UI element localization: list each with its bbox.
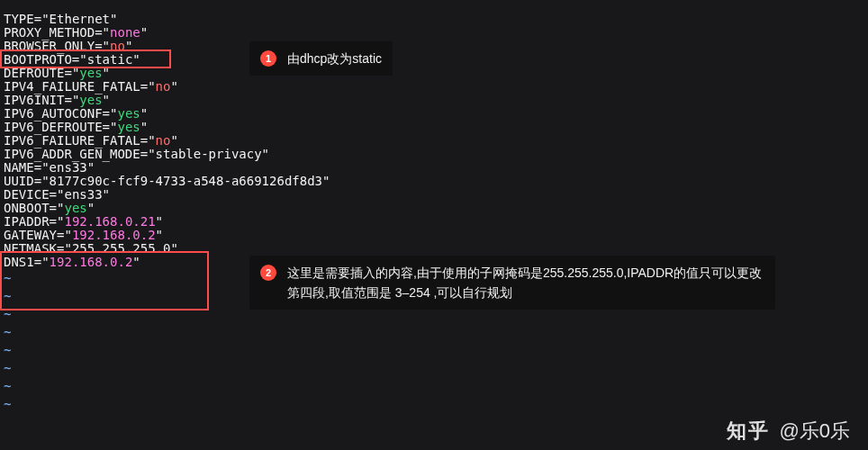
- config-key: IPV6_DEFROUTE: [4, 120, 103, 134]
- config-value: ens33: [50, 160, 87, 175]
- config-line: TYPE="Ethernet": [4, 13, 330, 26]
- highlight-ipblock: [0, 251, 209, 310]
- zhihu-logo-text: 知乎: [727, 424, 770, 437]
- config-value: yes: [64, 201, 86, 215]
- annotation-1-number: 1: [260, 50, 276, 67]
- annotation-1-text: 由dhcp改为static: [287, 49, 382, 68]
- config-line: ONBOOT="yes": [4, 202, 330, 215]
- config-value: yes: [79, 93, 102, 107]
- config-key: IPADDR: [4, 214, 50, 229]
- annotation-2-number: 2: [260, 265, 276, 281]
- highlight-bootproto: [0, 50, 171, 68]
- watermark: 知乎 @乐0乐: [727, 424, 850, 437]
- config-line: NAME="ens33": [4, 161, 330, 175]
- config-line: IPV6_FAILURE_FATAL="no": [4, 134, 330, 148]
- config-line: IPV6_AUTOCONF="yes": [4, 107, 330, 121]
- config-key: IPV4_FAILURE_FATAL: [4, 79, 140, 94]
- config-value: yes: [117, 120, 140, 134]
- config-key: GATEWAY: [4, 228, 57, 242]
- config-key: IPV6_FAILURE_FATAL: [4, 133, 140, 148]
- config-key: DEVICE: [4, 187, 50, 202]
- annotation-1: 1 由dhcp改为static: [249, 41, 393, 76]
- config-key: UUID: [4, 174, 34, 188]
- vim-tilde-line: ~: [4, 395, 330, 413]
- config-line: IPV4_FAILURE_FATAL="no": [4, 80, 330, 94]
- config-value: no: [156, 133, 171, 148]
- config-value: 192.168.0.2: [72, 228, 156, 242]
- config-key: IPV6INIT: [4, 93, 64, 107]
- config-value: 8177c90c-fcf9-4733-a548-a669126df8d3: [50, 174, 322, 188]
- config-line: IPV6_ADDR_GEN_MODE="stable-privacy": [4, 148, 330, 161]
- config-value: none: [110, 25, 140, 40]
- config-line: UUID="8177c90c-fcf9-4733-a548-a669126df8…: [4, 175, 330, 188]
- config-key: PROXY_METHOD: [4, 25, 95, 40]
- config-value: stable-privacy: [156, 147, 262, 161]
- config-line: IPV6INIT="yes": [4, 94, 330, 107]
- annotation-2-text: 这里是需要插入的内容,由于使用的子网掩码是255.255.255.0,IPADD…: [287, 263, 764, 302]
- vim-tilde-line: ~: [4, 359, 330, 377]
- config-key: TYPE: [4, 12, 34, 26]
- config-value: yes: [117, 106, 140, 121]
- config-key: IPV6_AUTOCONF: [4, 106, 103, 121]
- config-line: GATEWAY="192.168.0.2": [4, 229, 330, 242]
- vim-tilde-line: ~: [4, 323, 330, 341]
- annotation-2: 2 这里是需要插入的内容,由于使用的子网掩码是255.255.255.0,IPA…: [249, 256, 775, 310]
- config-key: NAME: [4, 160, 34, 175]
- config-line: IPADDR="192.168.0.21": [4, 215, 330, 229]
- config-value: 192.168.0.21: [64, 214, 155, 229]
- config-line: PROXY_METHOD="none": [4, 26, 330, 40]
- config-line: DEVICE="ens33": [4, 188, 330, 202]
- config-line: IPV6_DEFROUTE="yes": [4, 121, 330, 134]
- vim-tilde-line: ~: [4, 377, 330, 395]
- config-key: IPV6_ADDR_GEN_MODE: [4, 147, 140, 161]
- config-value: no: [156, 79, 171, 94]
- config-key: ONBOOT: [4, 201, 50, 215]
- watermark-handle: @乐0乐: [779, 424, 850, 437]
- config-value: ens33: [64, 187, 102, 202]
- vim-tilde-line: ~: [4, 341, 330, 359]
- config-value: Ethernet: [50, 12, 110, 26]
